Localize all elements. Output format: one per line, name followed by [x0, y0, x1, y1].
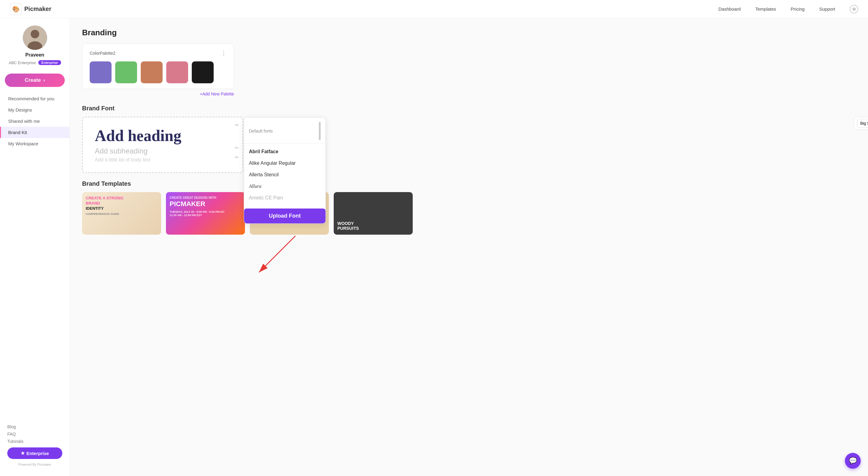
- font-dropdown-header: Default fonts: [244, 118, 326, 144]
- upload-font-button[interactable]: Upload Font: [244, 209, 326, 224]
- font-selector[interactable]: Big Shoulders Display Bl... ▾: [857, 119, 868, 128]
- sidebar-enterprise-button[interactable]: ★ Enterprise: [7, 447, 62, 459]
- sidebar-org-row: ABC Enterprise Enterprise: [8, 60, 61, 65]
- create-button[interactable]: Create ›: [5, 73, 65, 87]
- font-name-label: Big Shoulders Display Bl...: [860, 121, 868, 125]
- create-arrow-icon: ›: [43, 77, 45, 83]
- add-palette-link[interactable]: +Add New Palette: [82, 91, 234, 96]
- font-heading-preview[interactable]: Add heading: [95, 127, 230, 144]
- template-card-2[interactable]: CREATE GREAT DESIGNS WITH PICMAKER TUESD…: [166, 192, 245, 235]
- svg-line-4: [259, 236, 296, 272]
- swatch-4[interactable]: [166, 61, 188, 83]
- topnav: 🎨 Picmaker Dashboard Templates Pricing S…: [0, 0, 868, 18]
- font-section-wrapper: Big Shoulders Display Bl... ▾ 54 ▾ B I A…: [82, 117, 856, 173]
- topnav-dashboard[interactable]: Dashboard: [718, 6, 741, 11]
- templates-grid: CREATE A STRONG BRAND IDENTITY COMPREHEN…: [82, 192, 856, 235]
- chat-icon: 💬: [849, 457, 857, 465]
- avatar-silhouette: [23, 26, 47, 50]
- sidebar-powered-by: Powered By Picmaker: [7, 463, 62, 466]
- font-item-allura[interactable]: Allura: [244, 181, 326, 192]
- enterprise-btn-label: Enterprise: [26, 451, 49, 456]
- logo-icon: 🎨: [10, 3, 22, 15]
- sidebar-item-shared[interactable]: Shared with me: [0, 116, 70, 127]
- topnav-pricing[interactable]: Pricing: [791, 6, 805, 11]
- sidebar-item-recommended[interactable]: Recommended for you: [0, 93, 70, 104]
- red-arrow-annotation: [241, 233, 302, 288]
- sidebar-org: ABC Enterprise: [8, 60, 36, 65]
- font-body-preview[interactable]: Add a little bit of body text: [95, 157, 230, 162]
- template-card-4[interactable]: WOODYPURSUITS: [334, 192, 413, 235]
- swatch-5[interactable]: [192, 61, 214, 83]
- create-button-label: Create: [25, 77, 41, 83]
- font-preview-area: Add heading Add subheading Add a little …: [82, 117, 243, 173]
- sidebar: Praveen ABC Enterprise Enterprise Create…: [0, 18, 70, 476]
- swatch-1[interactable]: [90, 61, 112, 83]
- sidebar-item-brand-kit[interactable]: Brand Kit: [0, 127, 70, 138]
- font-item-ametic[interactable]: Ametic CE Pain: [244, 192, 326, 204]
- sidebar-item-my-designs[interactable]: My Designs: [0, 104, 70, 116]
- font-item-abril[interactable]: Abril Fatface: [244, 146, 326, 157]
- brand-font-title: Brand Font: [82, 105, 856, 112]
- font-subheading-preview[interactable]: Add subheading: [95, 147, 230, 155]
- sidebar-blog[interactable]: Blog: [7, 424, 62, 429]
- font-dropdown-label: Default fonts: [249, 128, 273, 133]
- topnav-templates[interactable]: Templates: [755, 6, 776, 11]
- brand-templates-title: Brand Templates: [82, 180, 856, 187]
- settings-icon[interactable]: ⚙: [850, 5, 858, 13]
- palette-menu-icon[interactable]: ⋮: [221, 50, 226, 57]
- swatch-2[interactable]: [115, 61, 137, 83]
- topnav-links: Dashboard Templates Pricing Support ⚙: [718, 5, 858, 13]
- heading-edit-icon[interactable]: ✏: [235, 122, 239, 128]
- sidebar-username: Praveen: [25, 52, 44, 58]
- body-edit-icon[interactable]: ✏: [235, 154, 239, 160]
- sidebar-tutorials[interactable]: Tutorials: [7, 439, 62, 444]
- sidebar-item-workspace[interactable]: My Workspace: [0, 138, 70, 149]
- svg-point-1: [31, 30, 39, 38]
- logo-text: Picmaker: [24, 5, 51, 12]
- palette-name: ColorPalette2: [90, 51, 116, 56]
- page-title: Branding: [82, 28, 856, 37]
- palette-header: ColorPalette2 ⋮: [90, 50, 226, 57]
- chat-bubble[interactable]: 💬: [845, 453, 861, 469]
- font-item-alike[interactable]: Alike Angular Regular: [244, 157, 326, 169]
- scroll-indicator: [319, 122, 321, 140]
- sidebar-nav: Recommended for you My Designs Shared wi…: [0, 93, 70, 419]
- logo[interactable]: 🎨 Picmaker: [10, 3, 51, 15]
- sidebar-faq[interactable]: FAQ: [7, 432, 62, 437]
- font-toolbar: Big Shoulders Display Bl... ▾ 54 ▾ B I: [854, 117, 868, 130]
- subheading-edit-icon[interactable]: ✏: [235, 145, 239, 151]
- star-icon: ★: [21, 450, 25, 456]
- topnav-support[interactable]: Support: [819, 6, 835, 11]
- enterprise-badge: Enterprise: [38, 60, 61, 65]
- font-list: Abril Fatface Alike Angular Regular Alle…: [244, 144, 326, 206]
- palette-swatches: [90, 61, 226, 83]
- main-content: Branding ColorPalette2 ⋮ +Add New Palett…: [70, 18, 868, 476]
- template-card-1[interactable]: CREATE A STRONG BRAND IDENTITY COMPREHEN…: [82, 192, 161, 235]
- layout: Praveen ABC Enterprise Enterprise Create…: [0, 18, 868, 476]
- sidebar-profile: Praveen ABC Enterprise Enterprise: [0, 26, 70, 71]
- avatar: [23, 26, 47, 50]
- font-dropdown: Default fonts Abril Fatface Alike Angula…: [244, 117, 326, 224]
- swatch-3[interactable]: [141, 61, 163, 83]
- sidebar-bottom: Blog FAQ Tutorials ★ Enterprise Powered …: [0, 419, 70, 471]
- palette-card: ColorPalette2 ⋮: [82, 43, 234, 89]
- font-item-allerta[interactable]: Allerta Stencil: [244, 169, 326, 181]
